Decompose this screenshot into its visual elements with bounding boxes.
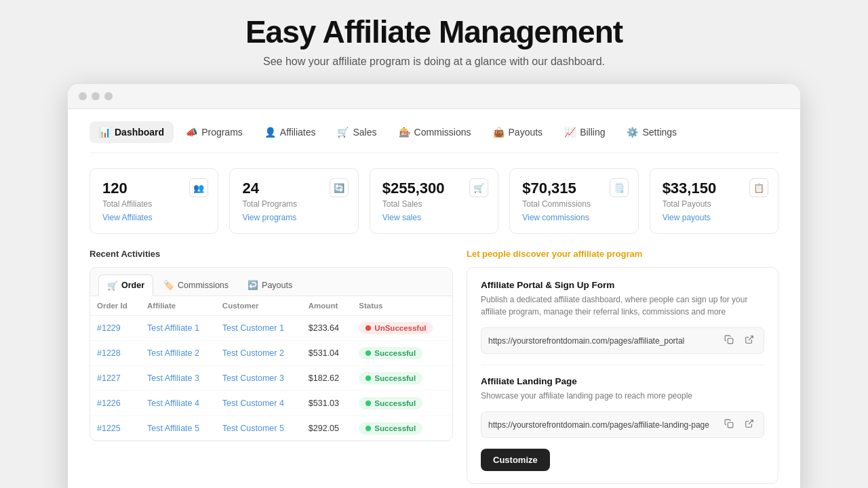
portal-open-button[interactable]	[742, 333, 757, 348]
browser-dot-red	[79, 92, 87, 100]
nav-sales[interactable]: 🛒 Sales	[328, 121, 386, 143]
stat-affiliates-icon: 👥	[189, 178, 208, 197]
customer-link[interactable]: Test Customer 3	[222, 373, 284, 383]
cell-customer: Test Customer 5	[216, 416, 302, 441]
payouts-tab-icon: ↩️	[248, 280, 258, 290]
hero-section: Easy Affiliate Management See how your a…	[245, 14, 623, 68]
cell-status: Successful	[352, 366, 452, 391]
tab-commissions[interactable]: 🏷️ Commissions	[155, 274, 237, 296]
col-affiliate: Affiliate	[140, 296, 216, 316]
affiliate-link[interactable]: Test Affiliate 4	[147, 399, 199, 408]
stat-commissions-icon: 🗒️	[610, 178, 629, 197]
customer-link[interactable]: Test Customer 2	[222, 348, 284, 358]
recent-activities-panel: Recent Activities 🛒 Order 🏷️ Commissions…	[90, 249, 453, 484]
cell-affiliate: Test Affiliate 1	[140, 316, 216, 341]
cell-order-id: #1227	[90, 366, 140, 391]
affiliate-link[interactable]: Test Affiliate 3	[147, 373, 199, 383]
customize-button[interactable]: Customize	[481, 449, 550, 471]
nav-settings[interactable]: ⚙️ Settings	[617, 121, 686, 143]
status-dot	[366, 325, 371, 331]
status-dot	[366, 350, 371, 356]
stat-sales-icon: 🛒	[469, 178, 488, 197]
stat-payouts-label: Total Payouts	[663, 199, 766, 209]
recent-activities-title: Recent Activities	[90, 249, 453, 259]
tab-order[interactable]: 🛒 Order	[98, 274, 153, 296]
tab-payouts[interactable]: ↩️ Payouts	[239, 274, 301, 296]
table-row: #1225 Test Affiliate 5 Test Customer 5 $…	[90, 416, 452, 441]
stat-payouts-icon: 📋	[749, 178, 768, 197]
stat-affiliates-link[interactable]: View Affiliates	[102, 213, 205, 222]
stat-programs: 🔄 24 Total Programs View programs	[229, 168, 358, 234]
affiliate-link[interactable]: Test Affiliate 5	[147, 424, 199, 433]
svg-rect-2	[728, 422, 733, 428]
nav-billing[interactable]: 📈 Billing	[555, 121, 614, 143]
col-status: Status	[352, 296, 452, 316]
nav-payouts[interactable]: 👜 Payouts	[484, 121, 553, 143]
browser-dot-yellow	[92, 92, 100, 100]
stat-commissions: 🗒️ $70,315 Total Commissions View commis…	[509, 168, 638, 234]
landing-url-row: https://yourstorefrontdomain.com/pages/a…	[481, 411, 764, 438]
status-dot	[366, 375, 371, 381]
browser-dot-green	[104, 92, 113, 100]
status-badge: UnSuccessful	[359, 322, 433, 334]
nav-affiliates[interactable]: 👤 Affiliates	[255, 121, 326, 143]
order-tab-icon: 🛒	[107, 281, 118, 291]
cell-amount: $233.64	[302, 316, 353, 341]
affiliate-link[interactable]: Test Affiliate 2	[147, 348, 199, 358]
landing-copy-button[interactable]	[722, 418, 736, 432]
programs-icon: 📣	[186, 127, 197, 138]
stat-sales-link[interactable]: View sales	[382, 213, 486, 222]
table-row: #1229 Test Affiliate 1 Test Customer 1 $…	[90, 316, 452, 341]
portal-divider	[481, 365, 764, 365]
commissions-tab-icon: 🏷️	[163, 280, 174, 290]
order-id-link[interactable]: #1225	[97, 424, 121, 433]
status-dot	[366, 426, 371, 431]
svg-line-3	[749, 420, 753, 424]
portal-copy-button[interactable]	[722, 333, 736, 348]
cell-customer: Test Customer 2	[216, 341, 302, 366]
table-row: #1227 Test Affiliate 3 Test Customer 3 $…	[90, 366, 452, 391]
customer-link[interactable]: Test Customer 4	[222, 399, 284, 408]
nav-commissions[interactable]: 🎰 Commissions	[389, 121, 481, 143]
cell-affiliate: Test Affiliate 3	[140, 366, 216, 391]
order-id-link[interactable]: #1228	[97, 348, 121, 358]
main-content: Recent Activities 🛒 Order 🏷️ Commissions…	[90, 249, 778, 484]
customer-link[interactable]: Test Customer 1	[222, 323, 284, 333]
hero-title: Easy Affiliate Management	[245, 14, 623, 50]
cell-order-id: #1226	[90, 391, 140, 416]
cell-amount: $531.04	[302, 341, 353, 366]
browser-window: 📊 Dashboard 📣 Programs 👤 Affiliates 🛒 Sa…	[68, 84, 800, 488]
activities-tab-bar: 🛒 Order 🏷️ Commissions ↩️ Payouts	[90, 268, 452, 296]
stat-commissions-link[interactable]: View commissions	[522, 213, 625, 222]
cell-affiliate: Test Affiliate 2	[140, 341, 216, 366]
dashboard-icon: 📊	[99, 127, 111, 138]
table-row: #1226 Test Affiliate 4 Test Customer 4 $…	[90, 391, 452, 416]
landing-open-button[interactable]	[742, 418, 757, 432]
cell-customer: Test Customer 1	[216, 316, 302, 341]
svg-line-1	[749, 336, 753, 340]
order-id-link[interactable]: #1226	[97, 399, 121, 408]
affiliate-link[interactable]: Test Affiliate 1	[147, 323, 199, 333]
main-nav: 📊 Dashboard 📣 Programs 👤 Affiliates 🛒 Sa…	[90, 109, 778, 153]
status-badge: Successful	[359, 372, 422, 384]
portal-card: Affiliate Portal & Sign Up Form Publish …	[467, 267, 778, 484]
commissions-icon: 🎰	[399, 127, 410, 138]
cell-status: Successful	[352, 391, 452, 416]
order-id-link[interactable]: #1227	[97, 373, 121, 383]
settings-icon: ⚙️	[627, 127, 638, 138]
cell-order-id: #1229	[90, 316, 140, 341]
portal-url-row: https://yourstorefrontdomain.com/pages/a…	[481, 327, 764, 354]
status-badge: Successful	[359, 422, 422, 434]
stat-programs-link[interactable]: View programs	[242, 213, 345, 222]
stat-payouts-link[interactable]: View payouts	[663, 213, 766, 222]
customer-link[interactable]: Test Customer 5	[222, 424, 284, 433]
order-id-link[interactable]: #1229	[97, 323, 121, 333]
stat-affiliates-label: Total Affiliates	[102, 199, 205, 209]
nav-programs[interactable]: 📣 Programs	[176, 121, 252, 143]
col-order-id: Order Id	[90, 296, 140, 316]
affiliates-icon: 👤	[264, 127, 276, 138]
cell-amount: $531.03	[302, 391, 353, 416]
nav-dashboard[interactable]: 📊 Dashboard	[90, 121, 174, 143]
cell-customer: Test Customer 3	[216, 366, 302, 391]
orders-table: Order Id Affiliate Customer Amount Statu…	[90, 296, 452, 441]
